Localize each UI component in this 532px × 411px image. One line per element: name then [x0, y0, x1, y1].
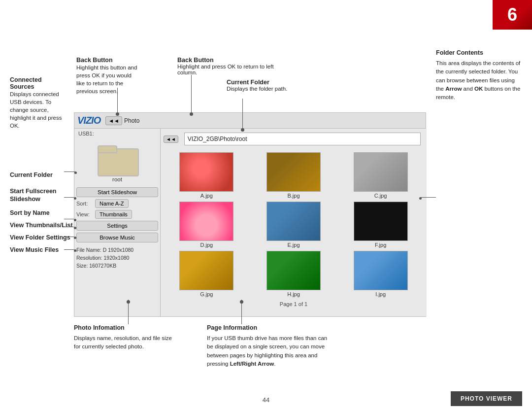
- annotation-desc: Displays the folder path.: [227, 86, 310, 92]
- photo-thumbnail: [354, 152, 408, 192]
- annotation-desc: Displays name, resolution, and file size…: [74, 334, 172, 351]
- view-button[interactable]: Thumbnails: [95, 210, 132, 219]
- photo-label: A.jpg: [200, 193, 213, 199]
- annotation-title: Connected Sources: [10, 76, 64, 90]
- annotation-title: Start FullscreenSlideshow: [10, 187, 56, 204]
- panel-header: VIZIO ◄◄ Photo: [74, 113, 426, 129]
- annotation-title: Folder Contents: [436, 49, 522, 56]
- annotation-desc: If your USB thumb drive has more files t…: [207, 334, 330, 368]
- photo-cell[interactable]: I.jpg: [338, 251, 423, 297]
- photo-thumbnail: [179, 202, 233, 241]
- sort-row: Sort: Name A-Z: [76, 199, 158, 208]
- connector-line: [64, 219, 74, 219]
- file-name: File Name: D 1920x1080: [76, 246, 158, 254]
- connector-line: [64, 227, 74, 227]
- photo-cell[interactable]: F.jpg: [338, 202, 423, 248]
- middle-column: ◄◄ VIZIO_2GB\Photo\root A.jpgB.jpgC.jpgD…: [161, 129, 427, 316]
- dot: [127, 300, 130, 304]
- photo-thumbnail: [179, 152, 233, 192]
- chapter-number: 6: [507, 4, 517, 25]
- photo-viewer-panel: VIZIO ◄◄ Photo USB1: root Start Slidesho…: [74, 112, 426, 317]
- annotation-connected-sources: Connected Sources Displays connected USB…: [10, 76, 64, 130]
- photo-cell[interactable]: C.jpg: [338, 152, 423, 199]
- label-view-folder: View Folder Settings: [10, 234, 70, 241]
- dot: [240, 300, 243, 304]
- dot: [74, 171, 77, 174]
- annotation-back-button-left: Back Button Highlight this button and pr…: [76, 57, 140, 95]
- photo-cell[interactable]: B.jpg: [252, 152, 336, 199]
- photo-label: C.jpg: [374, 193, 387, 199]
- page-info[interactable]: Page 1 of 1: [161, 301, 427, 307]
- photo-label: Photo: [124, 117, 139, 124]
- annotation-title: Page Information: [207, 324, 330, 331]
- photo-label: I.jpg: [375, 291, 386, 297]
- vline: [191, 75, 192, 112]
- start-slideshow-button[interactable]: Start Slideshow: [76, 187, 158, 197]
- dot: [74, 219, 76, 221]
- connector-line: [64, 249, 74, 250]
- photo-grid: A.jpgB.jpgC.jpgD.jpgE.jpgF.jpgG.jpgH.jpg…: [161, 149, 427, 300]
- path-value: VIZIO_2GB\Photo\root: [188, 136, 247, 142]
- dot: [419, 197, 422, 200]
- annotation-desc: This area displays the contents of the c…: [436, 59, 522, 102]
- left-column: USB1: root Start Slideshow Sort: Name A-…: [74, 129, 161, 316]
- photo-label: D.jpg: [200, 242, 213, 248]
- page-number-badge: 6: [493, 0, 532, 30]
- photo-label: E.jpg: [287, 242, 299, 248]
- label-view-music: View Music Files: [10, 246, 59, 253]
- folder-icon: [98, 142, 137, 174]
- photo-cell[interactable]: H.jpg: [252, 251, 336, 297]
- photo-thumbnail: [179, 251, 233, 290]
- annotation-title: Back Button: [177, 57, 286, 64]
- photo-thumbnail: [354, 202, 408, 241]
- path-bar: VIZIO_2GB\Photo\root: [184, 133, 421, 145]
- photo-label: B.jpg: [287, 193, 299, 199]
- dot: [116, 112, 119, 116]
- usb-label: USB1:: [78, 131, 158, 137]
- dot: [241, 128, 244, 132]
- photo-viewer-badge: PHOTO VIEWER: [451, 391, 522, 406]
- annotation-current-folder: Current Folder Displays the folder path.: [227, 79, 310, 92]
- view-label: View:: [76, 211, 95, 217]
- photo-cell[interactable]: D.jpg: [165, 202, 249, 248]
- annotation-desc: Highlight this button and press OK if yo…: [76, 64, 140, 95]
- folder-label: root: [112, 176, 122, 182]
- connector-line: [421, 197, 436, 198]
- back-button-left[interactable]: ◄◄: [105, 116, 122, 125]
- photo-label: G.jpg: [200, 291, 213, 297]
- label-start-slideshow: Start FullscreenSlideshow: [10, 187, 56, 204]
- annotation-desc: Highlight and press OK to return to left…: [177, 64, 286, 75]
- annotation-title: Current Folder: [227, 79, 310, 86]
- label-current-folder: Current Folder: [10, 171, 53, 178]
- photo-cell[interactable]: A.jpg: [165, 152, 249, 199]
- annotation-page-information: Page Information If your USB thumb drive…: [207, 324, 330, 368]
- photo-label: H.jpg: [287, 291, 300, 297]
- file-info: File Name: D 1920x1080 Resolution: 1920x…: [76, 246, 158, 270]
- browse-music-button[interactable]: Browse Music: [76, 233, 158, 242]
- sort-label: Sort:: [76, 201, 95, 206]
- photo-thumbnail: [266, 251, 321, 290]
- vline: [117, 88, 118, 113]
- vizio-logo: VIZIO: [77, 115, 100, 126]
- file-size: Size: 1607270KB: [76, 262, 158, 270]
- photo-cell[interactable]: G.jpg: [165, 251, 249, 297]
- annotation-title: Photo Infomation: [74, 324, 172, 331]
- sort-button[interactable]: Name A-Z: [95, 199, 129, 208]
- annotation-folder-contents: Folder Contents This area displays the c…: [436, 49, 522, 102]
- back-button-mid[interactable]: ◄◄: [164, 136, 178, 143]
- photo-label: F.jpg: [375, 242, 386, 248]
- view-row: View: Thumbnails: [76, 210, 158, 219]
- settings-button[interactable]: Settings: [76, 221, 158, 231]
- vline: [242, 99, 243, 129]
- folder-area: root: [76, 142, 158, 182]
- label-view-thumbnails: View Thumbnails/List: [10, 222, 73, 229]
- dot: [74, 249, 76, 252]
- dot: [74, 227, 76, 229]
- connector-line: [64, 171, 75, 172]
- dot: [190, 112, 193, 116]
- page-number-bottom: 44: [263, 396, 269, 404]
- annotation-back-button-mid: Back Button Highlight and press OK to re…: [177, 57, 286, 75]
- photo-cell[interactable]: E.jpg: [252, 202, 336, 248]
- photo-thumbnail: [266, 202, 321, 241]
- resolution: Resolution: 1920x1080: [76, 254, 158, 262]
